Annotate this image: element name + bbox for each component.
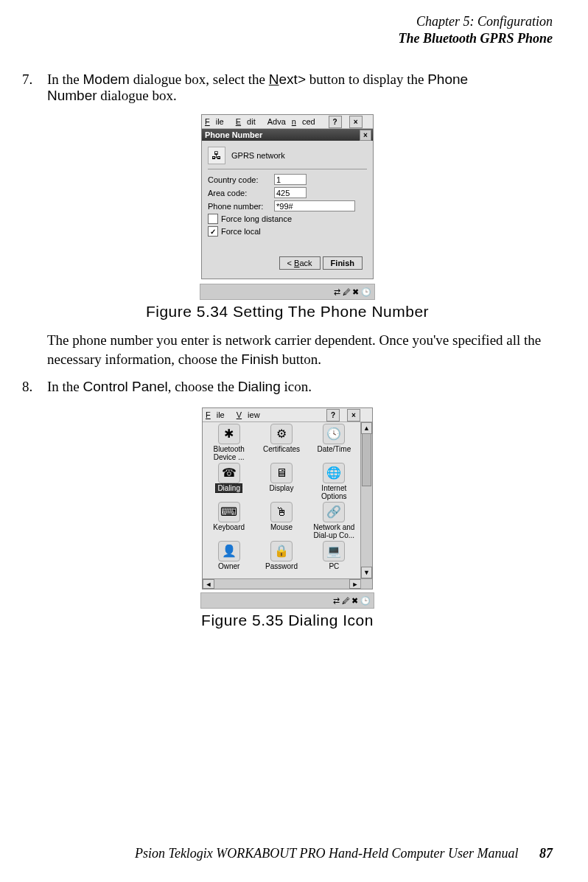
label-phone: Phone number: xyxy=(208,202,274,211)
cp-item-certificates[interactable]: ⚙Certificates xyxy=(255,424,307,463)
mouse-icon: 🖱 xyxy=(270,502,293,522)
keyboard-icon: ⌨ xyxy=(218,502,240,522)
step-7: 7. In the Modem dialogue box, select the… xyxy=(22,71,553,104)
cp-item-keyboard[interactable]: ⌨Keyboard xyxy=(203,502,255,541)
cp-item-internet-options[interactable]: 🌐InternetOptions xyxy=(308,463,360,502)
phone-number-input[interactable] xyxy=(274,200,355,211)
figure-caption-1: Figure 5.34 Setting The Phone Number xyxy=(22,303,553,321)
cp-item-label: InternetOptions xyxy=(321,485,346,500)
dialog-close-button[interactable]: × xyxy=(360,130,371,141)
internet-icon: 🌐 xyxy=(323,463,345,483)
figure-5-35: File View ? × ✱BluetoothDevice ...⚙Certi… xyxy=(22,405,553,629)
chapter-line: Chapter 5: Configuration xyxy=(22,13,553,30)
close-button[interactable]: × xyxy=(347,409,360,421)
cp-item-label: Dialing xyxy=(215,485,242,493)
menu-file[interactable]: File xyxy=(206,410,231,419)
scroll-corner xyxy=(360,578,372,589)
scroll-down-arrow[interactable]: ▼ xyxy=(361,567,372,578)
titlebar: Phone Number × xyxy=(202,129,373,141)
section-line: The Bluetooth GPRS Phone xyxy=(22,30,553,47)
label-area: Area code: xyxy=(208,189,274,197)
control-panel-grid: ✱BluetoothDevice ...⚙Certificates🕓Date/T… xyxy=(203,422,360,578)
cp-item-label: Keyboard xyxy=(213,524,245,532)
horizontal-scrollbar[interactable]: ◄ ► xyxy=(203,578,361,589)
cp-item-display[interactable]: 🖥Display xyxy=(255,463,307,502)
dialing-icon: ☎ xyxy=(218,463,240,483)
cp-item-label: PC xyxy=(329,563,339,571)
taskbar: ⇄ 🖉 ✖ 🕒 xyxy=(200,592,374,609)
scroll-thumb[interactable] xyxy=(362,433,371,486)
menu-advanced[interactable]: Advanced xyxy=(267,117,321,126)
cp-item-owner[interactable]: 👤Owner xyxy=(203,541,255,578)
cp-item-bluetooth-device[interactable]: ✱BluetoothDevice ... xyxy=(203,424,255,463)
cp-item-dialing[interactable]: ☎Dialing xyxy=(203,463,255,502)
area-code-input[interactable] xyxy=(274,187,307,198)
step-number: 8. xyxy=(22,379,47,395)
owner-icon: 👤 xyxy=(218,541,240,561)
date-time-icon: 🕓 xyxy=(323,424,345,444)
title-text: Phone Number xyxy=(205,130,262,139)
display-icon: 🖥 xyxy=(270,463,293,483)
tray-icons: ⇄ 🖉 ✖ 🕒 xyxy=(334,287,371,297)
control-panel-window: File View ? × ✱BluetoothDevice ...⚙Certi… xyxy=(202,407,373,589)
menubar[interactable]: File Edit Advanced ? × xyxy=(202,115,373,129)
help-button[interactable]: ? xyxy=(329,116,342,128)
step-number: 7. xyxy=(22,71,47,104)
password-icon: 🔒 xyxy=(270,541,293,561)
label-force-local: Force local xyxy=(221,227,261,236)
taskbar: ⇄ 🖉 ✖ 🕒 xyxy=(200,284,375,300)
certificates-icon: ⚙ xyxy=(270,424,293,444)
cp-item-password[interactable]: 🔒Password xyxy=(255,541,307,578)
scroll-left-arrow[interactable]: ◄ xyxy=(203,579,214,589)
cp-item-pc[interactable]: 💻PC xyxy=(308,541,360,578)
menubar[interactable]: File View ? × xyxy=(203,408,372,422)
cp-item-label: Password xyxy=(265,563,298,571)
network-name: GPRS network xyxy=(231,151,285,160)
network-and-icon: 🔗 xyxy=(323,502,345,522)
cp-item-mouse[interactable]: 🖱Mouse xyxy=(255,502,307,541)
close-button[interactable]: × xyxy=(349,116,363,128)
force-local-checkbox[interactable]: ✓ xyxy=(208,226,218,237)
paragraph-phone-info: The phone number you enter is network ca… xyxy=(47,331,553,368)
network-icon: 🖧 xyxy=(208,147,225,164)
figure-caption-2: Figure 5.35 Dialing Icon xyxy=(22,612,553,629)
pc-icon: 💻 xyxy=(323,541,345,561)
back-button[interactable]: < Back xyxy=(279,256,321,270)
menu-view[interactable]: View xyxy=(237,410,266,419)
chapter-header: Chapter 5: Configuration The Bluetooth G… xyxy=(22,13,553,46)
label-force-long: Force long distance xyxy=(221,214,292,223)
cp-item-label: BluetoothDevice ... xyxy=(214,446,245,461)
network-header: 🖧 GPRS network xyxy=(208,145,367,166)
finish-button[interactable]: Finish xyxy=(323,256,363,270)
cp-item-label: Display xyxy=(270,485,294,493)
cp-item-label: Owner xyxy=(218,563,239,571)
cp-item-label: Mouse xyxy=(270,524,293,532)
cp-item-date-time[interactable]: 🕓Date/Time xyxy=(308,424,360,463)
tray-icons: ⇄ 🖉 ✖ 🕒 xyxy=(333,596,371,606)
force-long-distance-checkbox[interactable] xyxy=(208,214,218,224)
help-button[interactable]: ? xyxy=(326,409,340,421)
cp-item-label: Certificates xyxy=(263,446,300,454)
bluetooth-icon: ✱ xyxy=(218,424,240,444)
step-body: In the Control Panel, choose the Dialing… xyxy=(47,379,553,395)
step-body: In the Modem dialogue box, select the Ne… xyxy=(47,71,553,104)
vertical-scrollbar[interactable]: ▲ ▼ xyxy=(360,422,372,578)
figure-5-34: File Edit Advanced ? × Phone Number × 🖧 … xyxy=(22,114,553,321)
menu-edit[interactable]: Edit xyxy=(236,117,262,126)
footer-text: Psion Teklogix WORKABOUT PRO Hand-Held C… xyxy=(135,846,518,861)
cp-item-label: Date/Time xyxy=(317,446,351,454)
scroll-up-arrow[interactable]: ▲ xyxy=(361,422,372,434)
menu-file[interactable]: File xyxy=(205,117,230,126)
phone-number-window: File Edit Advanced ? × Phone Number × 🖧 … xyxy=(201,114,374,279)
page-number: 87 xyxy=(539,846,553,861)
step-8: 8. In the Control Panel, choose the Dial… xyxy=(22,379,553,395)
page-footer: Psion Teklogix WORKABOUT PRO Hand-Held C… xyxy=(135,846,553,861)
cp-item-label: Network andDial-up Co... xyxy=(313,524,354,539)
cp-item-network-and-dial-up-co[interactable]: 🔗Network andDial-up Co... xyxy=(308,502,360,541)
country-code-input[interactable] xyxy=(274,174,307,185)
scroll-right-arrow[interactable]: ► xyxy=(349,579,361,589)
label-country: Country code: xyxy=(208,175,274,184)
